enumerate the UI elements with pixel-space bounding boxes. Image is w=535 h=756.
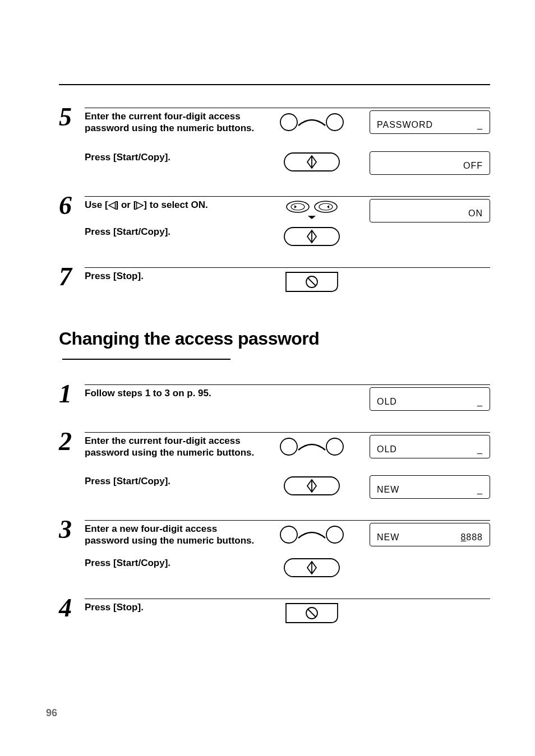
svg-point-12: [326, 438, 343, 455]
display-right: _: [477, 120, 483, 130]
lcd-display: NEW 8888: [370, 523, 490, 546]
step-5: 5 Enter the current four-digit access pa…: [59, 108, 490, 192]
instruction-text: Press [Stop].: [85, 270, 264, 282]
display-right: ON: [468, 208, 483, 219]
step-number: 3: [59, 517, 85, 594]
numeric-buttons-icon: [278, 524, 345, 545]
display-left: NEW: [377, 532, 460, 542]
lcd-display: OLD _: [370, 387, 490, 411]
page-number: 96: [46, 707, 57, 719]
page-top-rule: [59, 84, 490, 85]
stop-button-icon: [284, 602, 340, 624]
instruction-text: Press [Stop].: [85, 601, 264, 613]
lcd-display: PASSWORD _: [370, 110, 490, 134]
instruction-text: Press [Start/Copy].: [85, 557, 264, 569]
instruction-text: Enter the current four-digit access pass…: [85, 110, 264, 134]
display-left: PASSWORD: [377, 120, 477, 130]
step-number: 5: [59, 104, 85, 192]
display-right: OFF: [463, 161, 483, 171]
display-right: _: [477, 444, 483, 454]
step-number: 2: [59, 429, 85, 516]
instruction-text: Use [◁] or [▷] to select ON.: [85, 199, 264, 211]
svg-point-0: [280, 114, 297, 131]
svg-point-16: [326, 526, 343, 543]
display-left: OLD: [377, 444, 477, 454]
instruction-text: Press [Start/Copy].: [85, 226, 264, 238]
display-right: 8888: [460, 532, 483, 542]
display-left: OLD: [377, 397, 477, 407]
svg-point-6: [315, 201, 337, 212]
instruction-text: Follow steps 1 to 3 on p. 95.: [85, 387, 264, 399]
step-3: 3 Enter a new four-digit access password…: [59, 520, 490, 594]
lcd-display: OFF: [370, 151, 490, 175]
display-left: NEW: [377, 485, 477, 495]
step-number: 1: [59, 381, 85, 428]
display-right: _: [477, 397, 483, 407]
step-1: 1 Follow steps 1 to 3 on p. 95. OLD _: [59, 384, 490, 428]
step-6: 6 Use [◁] or [▷] to select ON. ON: [59, 196, 490, 263]
instruction-text: Enter the current four-digit access pass…: [85, 435, 264, 459]
step-number: 6: [59, 193, 85, 263]
display-right: _: [477, 485, 483, 495]
arrow-keys-icon: [281, 200, 343, 220]
instruction-text: Enter a new four-digit access password u…: [85, 523, 264, 547]
start-copy-button-icon: [284, 558, 340, 577]
svg-point-1: [326, 114, 343, 131]
step-4: 4 Press [Stop].: [59, 599, 490, 641]
step-7: 7 Press [Stop].: [59, 267, 490, 309]
lcd-display: NEW _: [370, 475, 490, 499]
stop-button-icon: [284, 271, 340, 293]
start-copy-button-icon: [284, 476, 340, 495]
step-number: 4: [59, 595, 85, 641]
svg-point-7: [319, 203, 333, 210]
lcd-display: ON: [370, 199, 490, 222]
step-2: 2 Enter the current four-digit access pa…: [59, 432, 490, 516]
start-copy-button-icon: [284, 227, 340, 246]
numeric-buttons-icon: [278, 436, 345, 457]
start-copy-button-icon: [284, 152, 340, 171]
heading-rule: [62, 359, 230, 360]
instruction-text: Press [Start/Copy].: [85, 475, 264, 487]
heading-text: Changing the access password: [59, 328, 319, 349]
numeric-buttons-icon: [278, 112, 345, 133]
svg-point-11: [280, 438, 297, 455]
svg-point-5: [291, 203, 305, 210]
step-number: 7: [59, 264, 85, 309]
svg-point-15: [280, 526, 297, 543]
instruction-text: Press [Start/Copy].: [85, 151, 264, 163]
lcd-display: OLD _: [370, 435, 490, 458]
section-heading: Changing the access password: [59, 328, 490, 370]
svg-point-4: [287, 201, 309, 212]
